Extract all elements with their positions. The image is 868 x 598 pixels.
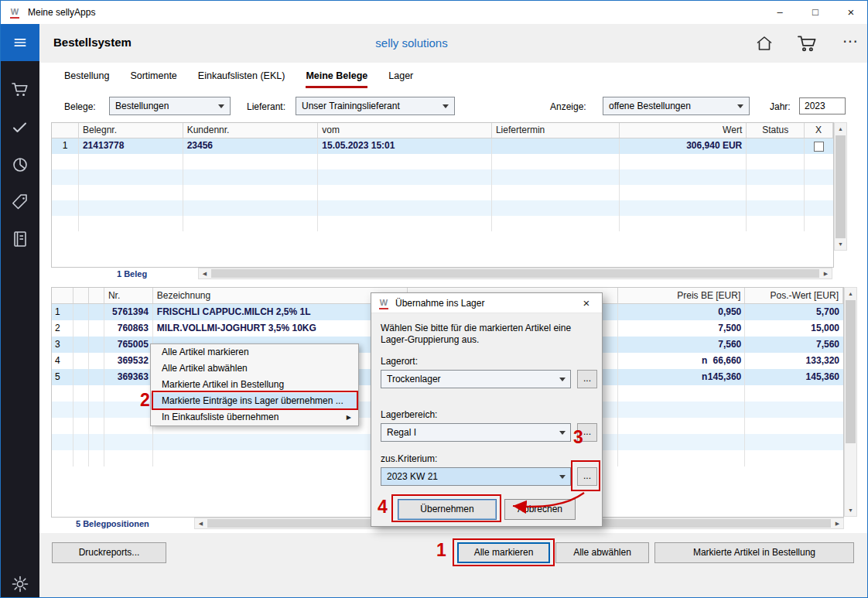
- sidebar-menu-button[interactable]: [1, 24, 39, 61]
- anzeige-label: Anzeige:: [550, 101, 586, 112]
- lieferant-select[interactable]: Unser Trainingslieferant: [296, 97, 455, 115]
- sidebar-item-prices[interactable]: [11, 193, 29, 211]
- tab-bestellung[interactable]: Bestellung: [64, 70, 109, 88]
- anzeige-value: offene Bestellungen: [609, 101, 691, 111]
- home-button[interactable]: [755, 34, 774, 53]
- pie-chart-icon: [11, 155, 29, 174]
- sidebar-item-checklist[interactable]: [11, 118, 29, 137]
- close-button[interactable]: ×: [833, 1, 868, 24]
- annotation-box-alle-markieren: [453, 538, 555, 566]
- book-icon: [11, 230, 29, 248]
- scrollbar-thumb[interactable]: [211, 269, 819, 278]
- chevron-down-icon: [218, 104, 224, 108]
- cell-belegnr: 21413778: [79, 138, 183, 154]
- maximize-button[interactable]: □: [798, 1, 833, 24]
- chevron-down-icon: [559, 475, 566, 479]
- col-poswert: Pos.-Wert [EUR]: [745, 288, 843, 303]
- orders-horizontal-scrollbar[interactable]: ◀ ▶: [198, 268, 832, 279]
- anzeige-select[interactable]: offene Bestellungen: [603, 97, 750, 115]
- cell-nr: 5761394: [104, 304, 153, 320]
- positions-vertical-scrollbar[interactable]: ▲ ▼: [844, 287, 857, 517]
- orders-table: Belegnr. Kundennr. vom Liefertermin Wert…: [51, 122, 834, 268]
- app-window: W Meine sellyApps – □ × B: [0, 0, 868, 598]
- orders-vertical-scrollbar[interactable]: ▲ ▼: [834, 122, 847, 251]
- col-wert: Wert: [620, 123, 747, 138]
- scroll-down-icon[interactable]: ▼: [845, 504, 856, 516]
- chevron-down-icon: [559, 431, 566, 435]
- cell-bezeichnung: MILR.VOLLMI-JOGHURT 3,5% 10KG: [153, 320, 408, 337]
- tab-lager[interactable]: Lager: [388, 70, 413, 88]
- lagerbereich-label: Lagerbereich:: [381, 409, 437, 420]
- scrollbar-thumb[interactable]: [836, 135, 846, 238]
- cell-poswert: 15,000: [745, 320, 843, 337]
- row-number: 1: [52, 138, 79, 154]
- check-icon: [11, 118, 29, 137]
- scroll-down-icon[interactable]: ▼: [835, 238, 846, 250]
- minimize-button[interactable]: –: [762, 1, 798, 24]
- window-title: Meine sellyApps: [28, 7, 95, 18]
- row-number: 4: [52, 353, 73, 369]
- dialog-close-button[interactable]: ×: [571, 293, 602, 313]
- row-number: 3: [52, 337, 73, 353]
- belege-select[interactable]: Bestellungen: [109, 97, 231, 115]
- scroll-left-icon[interactable]: ◀: [195, 518, 207, 528]
- row-number: 1: [52, 304, 73, 320]
- cell-nr: 760863: [104, 320, 153, 337]
- belege-value: Bestellungen: [115, 101, 169, 111]
- more-menu-button[interactable]: ⋯: [842, 32, 859, 50]
- sidebar-item-statistics[interactable]: [11, 155, 29, 174]
- cell-poswert: 133,320: [745, 353, 843, 369]
- empty-row: [52, 185, 833, 200]
- scroll-right-icon[interactable]: ▶: [820, 268, 832, 278]
- annotation-box-menu-item: [152, 391, 358, 410]
- cell-vom: 15.05.2023 15:01: [318, 138, 492, 154]
- kriterium-select[interactable]: 2023 KW 21: [381, 467, 571, 486]
- druckreports-button[interactable]: Druckreports...: [52, 542, 166, 563]
- empty-row: [52, 216, 833, 231]
- cell-preis: 145,360: [708, 369, 741, 384]
- tab-einkaufslisten[interactable]: Einkaufslisten (EKL): [198, 70, 285, 88]
- empty-row: [52, 154, 833, 169]
- order-row[interactable]: 1 21413778 23456 15.05.2023 15:01 306,94…: [52, 138, 833, 154]
- cell-poswert: 145,360: [745, 369, 843, 385]
- gear-icon: [11, 575, 29, 593]
- scroll-up-icon[interactable]: ▲: [845, 288, 856, 299]
- tab-meine-belege[interactable]: Meine Belege: [306, 70, 367, 88]
- lagerbereich-select[interactable]: Regal I: [381, 423, 571, 442]
- tab-sortimente[interactable]: Sortimente: [130, 70, 176, 88]
- alle-abwaehlen-button[interactable]: Alle abwählen: [555, 542, 649, 563]
- sidebar-item-ledger[interactable]: [11, 230, 29, 248]
- annotation-step-1: 1: [436, 540, 446, 561]
- chevron-down-icon: [559, 378, 566, 381]
- sidebar-item-settings[interactable]: [11, 575, 29, 593]
- markierte-artikel-button[interactable]: Markierte Artikel in Bestellung: [654, 542, 854, 563]
- col-belegnr: Belegnr.: [79, 123, 183, 138]
- menu-item-alle-markieren[interactable]: Alle Artikel markieren: [151, 344, 358, 361]
- cell-nr: 369363: [104, 369, 153, 385]
- scroll-right-icon[interactable]: ▶: [832, 518, 843, 528]
- brand-text: selly solutions: [39, 36, 784, 50]
- col-nr: Nr.: [104, 288, 153, 303]
- col-status: Status: [747, 123, 805, 138]
- scroll-left-icon[interactable]: ◀: [199, 268, 210, 278]
- menu-item-in-einkaufsliste[interactable]: In Einkaufsliste übernehmen▶: [151, 409, 358, 425]
- jahr-input[interactable]: [799, 97, 846, 114]
- cell-einheit: n: [702, 369, 707, 384]
- lagerort-browse-button[interactable]: ...: [577, 370, 597, 388]
- cell-einheit: n: [702, 353, 707, 368]
- sidebar-item-bestellsystem[interactable]: [11, 80, 29, 99]
- col-x: X: [805, 123, 833, 138]
- chevron-down-icon: [443, 104, 449, 108]
- header-cart-button[interactable]: [796, 32, 818, 54]
- scrollbar-thumb[interactable]: [846, 300, 856, 443]
- lagerort-select[interactable]: Trockenlager: [381, 370, 571, 388]
- cell-bezeichnung: FRISCHLI CAPPUC.MILCH 2,5% 1L: [153, 304, 408, 320]
- abbrechen-button[interactable]: Abbrechen: [504, 499, 576, 520]
- app-logo-icon: W: [9, 6, 21, 19]
- order-select-checkbox[interactable]: [814, 142, 824, 152]
- cell-wert: 306,940 EUR: [620, 138, 747, 154]
- jahr-label: Jahr:: [770, 101, 791, 112]
- cell-nr: 369532: [104, 353, 153, 369]
- menu-item-alle-abwaehlen[interactable]: Alle Artikel abwählen: [151, 361, 358, 377]
- scroll-up-icon[interactable]: ▲: [835, 123, 846, 135]
